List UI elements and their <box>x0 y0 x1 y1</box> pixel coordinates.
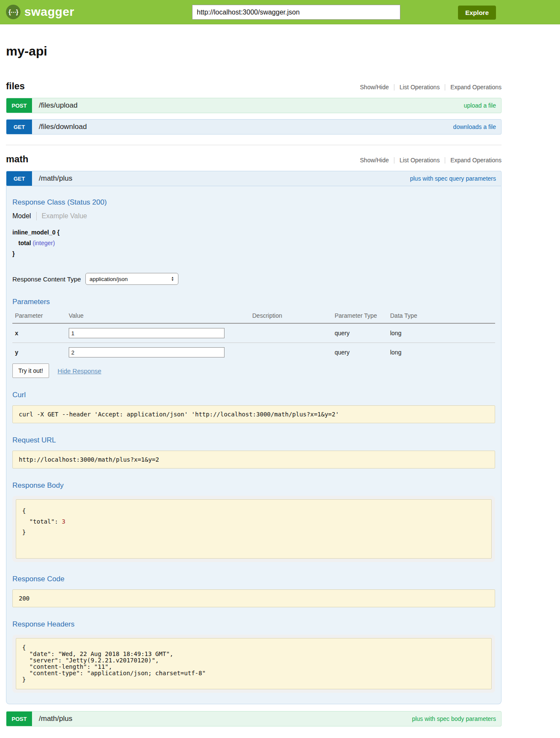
parameters-table: Parameter Value Description Parameter Ty… <box>12 310 495 362</box>
main-content: my-api files Show/Hide List Operations E… <box>6 44 502 738</box>
explore-button[interactable]: Explore <box>458 6 496 20</box>
spec-url-input[interactable] <box>192 5 400 20</box>
param-value-input-x[interactable] <box>69 328 225 338</box>
response-content-type-label: Response Content Type <box>12 275 81 283</box>
response-headers-json: { "date": "Wed, 22 Aug 2018 18:49:13 GMT… <box>22 644 485 683</box>
brand-name: swagger <box>24 5 74 19</box>
col-parameter: Parameter <box>12 310 66 323</box>
endpoint-path[interactable]: /math/plus <box>39 715 72 723</box>
endpoint-summary[interactable]: plus with spec body parameters <box>412 715 496 722</box>
expand-operations-link[interactable]: Expand Operations <box>450 84 502 91</box>
chevron-updown-icon: ▲▼ <box>171 276 174 281</box>
model-close-brace: } <box>12 249 495 259</box>
show-hide-link[interactable]: Show/Hide <box>360 157 389 164</box>
section-files-controls: Show/Hide List Operations Expand Operati… <box>360 84 502 91</box>
endpoint-path[interactable]: /files/upload <box>39 101 78 110</box>
section-divider <box>6 145 502 145</box>
method-badge-get: GET <box>6 171 32 186</box>
endpoint-files-upload: POST /files/upload upload a file <box>6 98 502 113</box>
request-url-value: http://localhost:3000/math/plus?x=1&y=2 <box>19 456 489 463</box>
response-body-json: { "total": 3 } <box>22 506 485 552</box>
col-value: Value <box>66 310 250 323</box>
model-property: total (integer) <box>12 238 495 249</box>
request-url-block: http://localhost:3000/math/plus?x=1&y=2 <box>12 451 495 469</box>
parameter-row-x: x query long <box>12 323 495 343</box>
controls-divider <box>445 157 445 164</box>
endpoint-summary[interactable]: plus with spec query parameters <box>410 175 496 182</box>
parameters-heading: Parameters <box>12 298 495 306</box>
json-close: } <box>22 529 26 536</box>
controls-divider <box>445 84 445 91</box>
endpoint-summary[interactable]: upload a file <box>464 102 496 109</box>
model-open-brace: inline_model_0 { <box>12 227 495 238</box>
endpoint-row-get-math-plus[interactable]: GET /math/plus plus with spec query para… <box>6 171 502 186</box>
parameters-header-row: Parameter Value Description Parameter Ty… <box>12 310 495 323</box>
try-it-out-button[interactable]: Try it out! <box>12 363 49 378</box>
section-files: files Show/Hide List Operations Expand O… <box>6 81 502 135</box>
param-value-input-y[interactable] <box>69 347 225 357</box>
swagger-logo-icon: {⋯} <box>6 5 20 19</box>
model-signature: inline_model_0 { total (integer) } <box>12 227 495 259</box>
section-title-math[interactable]: math <box>6 154 29 165</box>
json-number-value: 3 <box>62 518 65 525</box>
endpoint-math-plus-post: POST /math/plus plus with spec body para… <box>6 711 502 726</box>
model-tabs: Model Example Value <box>12 212 495 220</box>
endpoint-summary[interactable]: downloads a file <box>453 123 496 130</box>
hide-response-link[interactable]: Hide Response <box>58 367 102 375</box>
col-parameter-type: Parameter Type <box>332 310 388 323</box>
method-badge-get: GET <box>6 120 32 134</box>
endpoint-math-plus-get: GET /math/plus plus with spec query para… <box>6 171 502 704</box>
response-content-type-select[interactable]: application/json ▲▼ <box>85 273 178 285</box>
response-code-value: 200 <box>19 595 489 602</box>
section-title-files[interactable]: files <box>6 81 25 92</box>
response-content-type-value: application/json <box>90 276 128 282</box>
operation-panel: Response Class (Status 200) Model Exampl… <box>6 186 502 704</box>
param-type-cell: query <box>332 343 388 362</box>
section-files-head: files Show/Hide List Operations Expand O… <box>6 81 502 92</box>
list-operations-link[interactable]: List Operations <box>400 157 440 164</box>
param-description <box>250 343 332 362</box>
endpoint-files-download: GET /files/download downloads a file <box>6 119 502 135</box>
json-open: { "total": <box>22 507 62 525</box>
param-type-cell: query <box>332 323 388 343</box>
response-code-block: 200 <box>12 589 495 607</box>
expand-operations-link[interactable]: Expand Operations <box>450 157 502 164</box>
topbar: {⋯} swagger Explore <box>0 0 560 24</box>
curl-command-block: curl -X GET --header 'Accept: applicatio… <box>12 405 495 423</box>
tab-divider <box>36 212 37 220</box>
param-description <box>250 323 332 343</box>
col-data-type: Data Type <box>388 310 495 323</box>
section-math-head: math Show/Hide List Operations Expand Op… <box>6 154 502 165</box>
try-row: Try it out! Hide Response <box>12 363 495 378</box>
list-operations-link[interactable]: List Operations <box>400 84 440 91</box>
swagger-logo: {⋯} swagger <box>6 5 74 19</box>
endpoint-path[interactable]: /math/plus <box>39 174 72 183</box>
col-description: Description <box>250 310 332 323</box>
response-headers-block: { "date": "Wed, 22 Aug 2018 18:49:13 GMT… <box>16 638 492 689</box>
controls-divider <box>394 84 394 91</box>
parameter-row-y: y query long <box>12 343 495 362</box>
model-property-name: total <box>18 240 31 246</box>
endpoint-row-post-math-plus[interactable]: POST /math/plus plus with spec body para… <box>6 711 502 726</box>
curl-command: curl -X GET --header 'Accept: applicatio… <box>19 411 489 418</box>
page-title: my-api <box>6 44 502 59</box>
show-hide-link[interactable]: Show/Hide <box>360 84 389 91</box>
model-property-type: (integer) <box>32 240 55 246</box>
section-math-controls: Show/Hide List Operations Expand Operati… <box>360 157 502 164</box>
response-body-block: { "total": 3 } <box>16 499 492 559</box>
endpoint-row-post-files-upload[interactable]: POST /files/upload upload a file <box>6 98 502 113</box>
response-headers-heading: Response Headers <box>12 620 495 629</box>
curl-heading: Curl <box>12 391 495 399</box>
tab-example-value[interactable]: Example Value <box>42 212 87 220</box>
method-badge-post: POST <box>6 712 32 726</box>
response-body-heading: Response Body <box>12 481 495 490</box>
param-name: x <box>12 323 66 343</box>
response-content-type-row: Response Content Type application/json ▲… <box>12 273 495 285</box>
tab-model[interactable]: Model <box>12 212 31 220</box>
section-math: math Show/Hide List Operations Expand Op… <box>6 154 502 726</box>
request-url-heading: Request URL <box>12 436 495 445</box>
data-type-cell: long <box>388 343 495 362</box>
param-name: y <box>12 343 66 362</box>
endpoint-row-get-files-download[interactable]: GET /files/download downloads a file <box>6 119 502 135</box>
endpoint-path[interactable]: /files/download <box>39 123 87 131</box>
